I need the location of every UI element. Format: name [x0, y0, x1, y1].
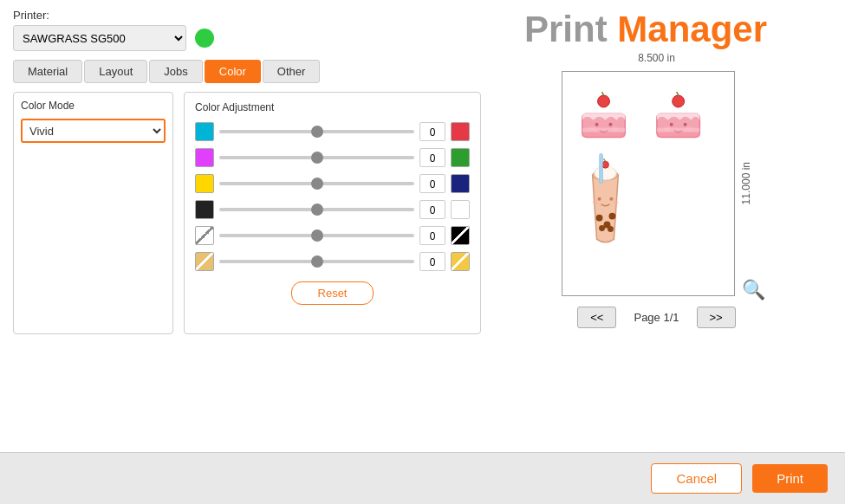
printer-select[interactable]: SAWGRASS SG500 SAWGRASS SG1000 [13, 25, 186, 51]
svg-point-4 [608, 123, 612, 126]
preview-width-label: 8.500 in [638, 52, 675, 64]
svg-rect-8 [582, 132, 625, 138]
prev-page-button[interactable]: << [577, 307, 616, 328]
color-row-magenta: 0 [195, 148, 470, 167]
swatch-yellow [195, 174, 214, 193]
svg-point-30 [597, 197, 601, 201]
svg-point-27 [608, 213, 615, 220]
reset-button[interactable]: Reset [291, 281, 374, 305]
svg-point-32 [592, 201, 597, 204]
svg-rect-16 [656, 128, 699, 132]
next-page-button[interactable]: >> [697, 307, 736, 328]
slider-yellow[interactable] [219, 182, 414, 185]
swatch-lightness-left [195, 226, 214, 245]
swatch-red [451, 122, 470, 141]
color-row-lightness: 0 [195, 226, 470, 245]
color-row-yellow: 0 [195, 174, 470, 193]
color-adj-title: Color Adjustment [195, 101, 470, 113]
color-adjustment-panel: Color Adjustment 0 0 [184, 92, 481, 334]
tab-jobs[interactable]: Jobs [149, 60, 202, 83]
swatch-magenta [195, 148, 214, 167]
swatch-blue [451, 174, 470, 193]
svg-point-25 [595, 215, 602, 222]
cancel-button[interactable]: Cancel [651, 463, 742, 494]
bottom-bar: Cancel Print [0, 452, 845, 504]
swatch-lightness-right [451, 226, 470, 245]
color-mode-panel: Color Mode Vivid Natural Custom [13, 92, 173, 334]
svg-point-33 [613, 201, 618, 204]
app-title-print: Print [524, 9, 608, 49]
color-mode-title: Color Mode [21, 100, 166, 112]
tab-other[interactable]: Other [263, 60, 321, 83]
svg-line-11 [676, 92, 678, 95]
tab-layout[interactable]: Layout [84, 60, 147, 83]
swatch-green [451, 148, 470, 167]
value-magenta: 0 [419, 148, 445, 167]
tab-material[interactable]: Material [13, 60, 82, 83]
value-warmth: 0 [419, 252, 445, 271]
printer-label: Printer: [13, 9, 481, 22]
slider-magenta[interactable] [219, 156, 414, 159]
slider-lightness[interactable] [219, 234, 414, 237]
svg-point-12 [669, 123, 673, 126]
swatch-warmth-left [195, 252, 214, 271]
value-lightness: 0 [419, 226, 445, 245]
swatch-white [451, 200, 470, 219]
color-row-black: 0 [195, 200, 470, 219]
svg-line-23 [603, 158, 605, 161]
svg-point-3 [595, 123, 598, 126]
zoom-icon[interactable]: 🔍 [742, 279, 765, 301]
slider-warmth[interactable] [219, 260, 414, 263]
preview-canvas [562, 71, 735, 296]
color-row-cyan: 0 [195, 122, 470, 141]
tab-bar: Material Layout Jobs Color Other [13, 60, 481, 83]
swatch-black [195, 200, 214, 219]
slider-black[interactable] [219, 208, 414, 211]
svg-line-2 [601, 92, 603, 95]
color-row-warmth: 0 [195, 252, 470, 271]
svg-point-10 [672, 95, 684, 107]
printer-status-dot [195, 29, 214, 48]
swatch-warmth-right [451, 252, 470, 271]
svg-rect-17 [656, 132, 699, 138]
app-title: Print Manager [524, 9, 767, 49]
svg-point-1 [597, 95, 609, 107]
print-button[interactable]: Print [752, 464, 828, 493]
svg-rect-7 [582, 128, 625, 132]
slider-cyan[interactable] [219, 130, 414, 133]
svg-point-13 [683, 123, 686, 126]
svg-point-29 [607, 226, 613, 232]
svg-point-31 [609, 197, 613, 201]
app-title-manager: Manager [617, 9, 767, 49]
preview-height-label: 11.000 in [740, 162, 752, 204]
page-info: Page 1/1 [634, 311, 679, 324]
value-cyan: 0 [419, 122, 445, 141]
swatch-cyan [195, 122, 214, 141]
svg-point-28 [599, 225, 605, 231]
svg-rect-24 [599, 153, 602, 184]
value-black: 0 [419, 200, 445, 219]
value-yellow: 0 [419, 174, 445, 193]
color-mode-select[interactable]: Vivid Natural Custom [21, 119, 166, 143]
tab-color[interactable]: Color [205, 60, 261, 83]
